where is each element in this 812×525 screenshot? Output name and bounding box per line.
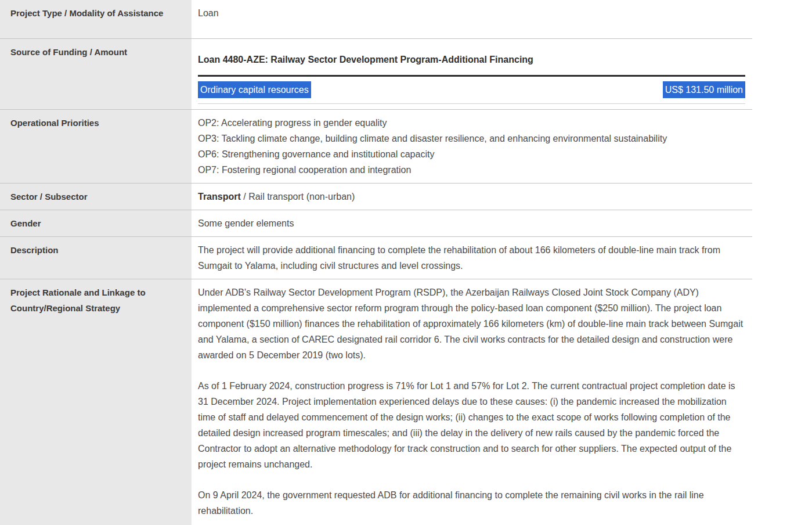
label-source-of-funding: Source of Funding / Amount — [0, 39, 192, 109]
label-operational-priorities: Operational Priorities — [0, 110, 192, 183]
row-source-of-funding: Source of Funding / Amount Loan 4480-AZE… — [0, 39, 752, 110]
label-project-type: Project Type / Modality of Assistance — [0, 0, 192, 38]
label-description: Description — [0, 237, 192, 279]
funding-source-selected-text: Ordinary capital resources — [198, 81, 311, 98]
label-gender: Gender — [0, 210, 192, 236]
rationale-paragraph: As of 1 February 2024, construction prog… — [198, 378, 745, 472]
row-gender: Gender Some gender elements — [0, 210, 752, 237]
value-project-type: Loan — [192, 0, 752, 38]
rationale-paragraph: Under ADB's Railway Sector Development P… — [198, 285, 745, 363]
subsector-name: / Rail transport (non-urban) — [241, 192, 355, 202]
row-sector-subsector: Sector / Subsector Transport / Rail tran… — [0, 184, 752, 210]
value-sector-subsector: Transport / Rail transport (non-urban) — [192, 184, 752, 210]
value-project-rationale: Under ADB's Railway Sector Development P… — [192, 279, 752, 525]
funding-loan-title: Loan 4480-AZE: Railway Sector Developmen… — [198, 52, 745, 77]
value-operational-priorities: OP2: Accelerating progress in gender equ… — [192, 110, 752, 183]
sector-name: Transport — [198, 192, 241, 202]
project-info-table: Project Type / Modality of Assistance Lo… — [0, 0, 752, 525]
value-description: The project will provide additional fina… — [192, 237, 752, 279]
operational-priority-item: OP6: Strengthening governance and instit… — [198, 146, 745, 162]
label-project-rationale: Project Rationale and Linkage to Country… — [0, 279, 192, 525]
rationale-paragraph: On 9 April 2024, the government requeste… — [198, 487, 745, 519]
operational-priority-item: OP3: Tackling climate change, building c… — [198, 131, 745, 146]
label-sector-subsector: Sector / Subsector — [0, 184, 192, 210]
value-source-of-funding: Loan 4480-AZE: Railway Sector Developmen… — [192, 39, 752, 109]
operational-priority-item: OP2: Accelerating progress in gender equ… — [198, 115, 745, 131]
row-operational-priorities: Operational Priorities OP2: Accelerating… — [0, 110, 752, 184]
operational-priority-item: OP7: Fostering regional cooperation and … — [198, 162, 745, 178]
row-description: Description The project will provide add… — [0, 237, 752, 279]
row-project-rationale: Project Rationale and Linkage to Country… — [0, 279, 752, 525]
funding-amount-selected-text: US$ 131.50 million — [663, 81, 745, 98]
row-project-type: Project Type / Modality of Assistance Lo… — [0, 0, 752, 39]
project-info-page: Project Type / Modality of Assistance Lo… — [0, 0, 812, 525]
funding-detail-row: Ordinary capital resources US$ 131.50 mi… — [198, 77, 745, 104]
value-gender: Some gender elements — [192, 210, 752, 236]
